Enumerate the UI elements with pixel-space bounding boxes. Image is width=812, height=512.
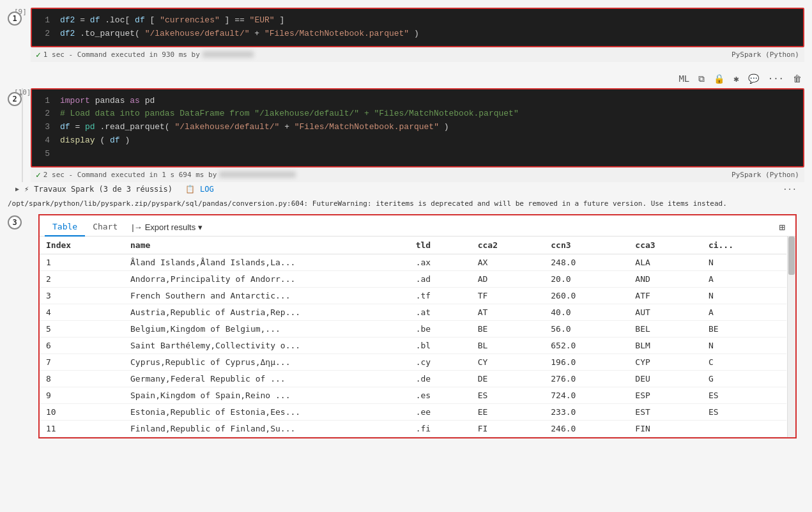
blurred-user-1 <box>203 51 254 58</box>
table-row: 1Åland Islands,Åland Islands,La....axAX2… <box>40 254 786 271</box>
cell1-line1: 1 df2 = df .loc[ df [ "currencies" ] == … <box>40 14 795 27</box>
scrollbar-track[interactable] <box>787 237 795 437</box>
table-row: 9Spain,Kingdom of Spain,Reino ....esES72… <box>40 387 786 404</box>
spark-expand-icon[interactable]: ▶ <box>15 185 19 192</box>
spark-jobs-row: ▶ ⚡ Travaux Spark (3 de 3 réussis) 📋 LOG… <box>0 182 812 196</box>
cell1-runtime: PySpark (Python) <box>732 50 799 59</box>
table-row: 4Austria,Republic of Austria,Rep....atAT… <box>40 304 786 321</box>
table-body: 1Åland Islands,Åland Islands,La....axAX2… <box>40 254 786 437</box>
table-row: 3French Southern and Antarctic....tfTF26… <box>40 288 786 304</box>
ml-icon[interactable]: ML <box>676 72 692 85</box>
check-icon-2: ✓ <box>36 170 41 180</box>
log-link[interactable]: LOG <box>200 185 214 194</box>
check-icon: ✓ <box>36 50 41 59</box>
cell2-toolbar: ML ⧉ 🔒 ✱ 💬 ··· 🗑 <box>0 70 812 88</box>
col-ccn3: ccn3 <box>544 237 629 254</box>
output-tabs: Table Chart |→ Export results ▾ ⊞ <box>40 215 795 237</box>
col-name: name <box>124 237 410 254</box>
cell2-code-block: 1 import pandas as pd 2 # Load data into… <box>31 88 804 167</box>
table-header-row: Index name tld cca2 ccn3 cca3 ci... <box>40 237 786 254</box>
notebook-container: [9] 1 df2 = df .loc[ df [ "currencies" ]… <box>0 0 812 512</box>
cell-label-3: 3 <box>8 215 22 229</box>
cell2-status: ✓ 2 sec - Command executed in 1 s 694 ms… <box>31 167 804 182</box>
cell1-code-block: 1 df2 = df .loc[ df [ "currencies" ] == … <box>31 8 804 47</box>
cell1-status: ✓ 1 sec - Command executed in 930 ms by … <box>31 47 804 62</box>
cell2-line3: 3 df = pd .read_parquet( "/lakehouse/def… <box>40 121 795 134</box>
export-arrow-icon: |→ <box>132 222 142 232</box>
tab-table[interactable]: Table <box>45 218 85 237</box>
cell1-line2: 2 df2 .to_parquet( "/lakehouse/default/"… <box>40 27 795 41</box>
table-row: 11Finland,Republic of Finland,Su....fiFI… <box>40 421 786 437</box>
export-button[interactable]: |→ Export results ▾ <box>125 220 209 235</box>
blurred-user-2 <box>219 171 296 178</box>
cell2-line1: 1 import pandas as pd <box>40 95 795 108</box>
col-index: Index <box>40 237 124 254</box>
tab-chart[interactable]: Chart <box>85 218 125 237</box>
spark-jobs-label[interactable]: Travaux Spark (3 de 3 réussis) <box>34 185 172 194</box>
grid-view-icon[interactable]: ⊞ <box>774 219 790 236</box>
export-chevron-icon: ▾ <box>198 222 203 232</box>
export-label: Export results <box>145 222 195 232</box>
copy-icon[interactable]: ⧉ <box>696 72 707 86</box>
col-cca3: cca3 <box>629 237 702 254</box>
table-row: 6Saint Barthélemy,Collectivity o....blBL… <box>40 337 786 354</box>
cell2-line4: 4 display ( df ) <box>40 134 795 148</box>
star-icon[interactable]: ✱ <box>731 72 741 85</box>
collapse-bar[interactable] <box>22 88 23 182</box>
comment-icon[interactable]: 💬 <box>746 72 762 85</box>
cell1-wrapper: [9] 1 df2 = df .loc[ df [ "currencies" ]… <box>31 8 804 62</box>
warning-text: /opt/spark/python/lib/pyspark.zip/pyspar… <box>0 196 812 212</box>
cell2-runtime: PySpark (Python) <box>732 171 799 179</box>
table-row: 2Andorra,Principality of Andorr....adAD2… <box>40 271 786 288</box>
col-cca2: cca2 <box>471 237 545 254</box>
spark-icon: ⚡ <box>24 185 29 194</box>
cell2-line5: 5 <box>40 148 795 161</box>
data-table: Index name tld cca2 ccn3 cca3 ci... 1Åla… <box>40 237 786 437</box>
table-row: 8Germany,Federal Republic of ....deDE276… <box>40 371 786 387</box>
col-ci: ci... <box>702 237 786 254</box>
scrollbar-thumb[interactable] <box>788 237 795 275</box>
cell2-wrapper: [10] ▾ 1 import pandas as pd 2 # Load da… <box>31 88 804 182</box>
table-row: 5Belgium,Kingdom of Belgium,....beBE56.0… <box>40 321 786 337</box>
cell2-line2: 2 # Load data into pandas DataFrame from… <box>40 107 795 121</box>
lock-icon[interactable]: 🔒 <box>711 72 727 85</box>
output-section-wrapper: 3 Table Chart |→ Export results ▾ ⊞ Inde <box>31 212 804 444</box>
spark-more-icon[interactable]: ··· <box>783 185 797 194</box>
table-scroll-container[interactable]: Index name tld cca2 ccn3 cca3 ci... 1Åla… <box>40 237 795 437</box>
output-section: Table Chart |→ Export results ▾ ⊞ Index … <box>38 214 797 438</box>
table-row: 7Cyprus,Republic of Cyprus,Δημ....cyCY19… <box>40 354 786 371</box>
col-tld: tld <box>410 237 471 254</box>
cell-label-2: 2 <box>8 92 22 106</box>
more-icon[interactable]: ··· <box>765 72 786 85</box>
cell-label-1: 1 <box>8 12 22 26</box>
table-row: 10Estonia,Republic of Estonia,Ees....eeE… <box>40 404 786 421</box>
delete-icon[interactable]: 🗑 <box>790 72 804 85</box>
